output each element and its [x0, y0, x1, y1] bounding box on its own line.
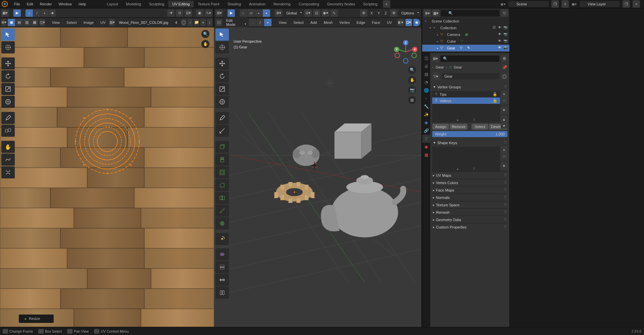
uv-snap-icon[interactable]: ⊙ [176, 9, 183, 17]
tool-scale[interactable] [1, 83, 15, 95]
tool-spin[interactable] [215, 233, 229, 245]
outliner-filter-icon[interactable]: ▽ [501, 9, 508, 17]
workspace-tab-texturepaint[interactable]: Texture Paint [194, 1, 223, 7]
outliner-item-cube[interactable]: ▸ ▽ Cube ▽ 👁 📷 [422, 38, 509, 45]
uv-select-island-icon[interactable]: ◈ [49, 9, 56, 17]
tool-3d-cursor[interactable] [215, 41, 229, 53]
viewlayer-name-field[interactable]: View Layer [580, 1, 620, 7]
menu-edit[interactable]: Edit [23, 1, 37, 7]
prop-tab-world[interactable]: 🌐 [422, 86, 430, 94]
pivot-icon[interactable]: ⊕▾ [275, 9, 282, 17]
orientation-dropdown[interactable]: Global [284, 10, 303, 16]
image-pin-icon[interactable]: ‹ [207, 19, 212, 26]
uv-prop-falloff-icon[interactable]: ∿▾ [205, 9, 212, 17]
vgroup-movedown-button[interactable]: ▾ [501, 123, 507, 129]
section-vertex-groups[interactable]: ▼ Vertex Groups ⠿ [432, 83, 507, 90]
uv-pan-icon[interactable]: ✋ [201, 40, 209, 48]
visibility-toggle-icon[interactable]: 👁 [498, 39, 503, 44]
select-vertex-icon[interactable]: ▫ [240, 9, 247, 17]
tool-poly-build[interactable] [215, 217, 229, 229]
tool-shrink-fatten[interactable] [215, 274, 229, 286]
prop-options-icon[interactable]: ⚙ [501, 56, 507, 62]
section-shape-keys[interactable]: ▼ Shape Keys ⠿ [432, 139, 507, 146]
snap-type-icon[interactable]: ⊡ [313, 9, 320, 17]
workspace-tab-modeling[interactable]: Modeling [122, 1, 145, 7]
tool-rip-3d[interactable] [215, 287, 229, 299]
xray-icon[interactable]: ⊡▾ [405, 19, 412, 26]
breadcrumb-object[interactable]: Gear [436, 65, 444, 69]
prop-search-input[interactable]: 🔍 [440, 55, 499, 62]
vertex-group-valleys[interactable]: ⠿ Valleys 🔓 [432, 97, 500, 104]
visibility-toggle-icon[interactable]: 👁 [498, 32, 503, 37]
prop-tab-mesh-data[interactable]: ▽ [422, 135, 430, 143]
tool-rip[interactable] [1, 125, 15, 137]
render-toggle-icon[interactable]: 📷 [503, 46, 508, 50]
image-unlink-icon[interactable]: × [200, 19, 205, 26]
workspace-tab-rendering[interactable]: Rendering [269, 1, 295, 7]
tool-move[interactable] [1, 57, 15, 70]
uv-menu-image[interactable]: Image [81, 19, 97, 26]
tool-annotate[interactable] [1, 112, 15, 124]
vertex-groups-list[interactable]: ⠿ Tips 🔓 ⠿ Valleys 🔓 [432, 91, 500, 118]
menu-help[interactable]: Help [75, 1, 90, 7]
weight-slider[interactable]: Weight 1.000 [432, 131, 507, 137]
viewport-3d[interactable]: User Perspective (1) Gear [214, 27, 422, 327]
mesh-browse-icon[interactable]: ▽▾ [432, 73, 440, 80]
section-custom-properties[interactable]: ▸Custom Properties⠿ [432, 223, 507, 231]
visibility-toggle-icon[interactable]: 👁 [498, 26, 503, 30]
tool-scale-3d[interactable] [215, 83, 229, 95]
tool-pinch[interactable] [1, 166, 15, 178]
menu-file[interactable]: File [11, 1, 23, 7]
vertex-group-tips[interactable]: ⠿ Tips 🔓 [432, 91, 500, 97]
prop-tab-particles[interactable]: ✨ [422, 111, 430, 119]
uv-mask-icon[interactable]: ◫▾ [40, 19, 45, 26]
lock-icon[interactable]: 🔓 [493, 98, 497, 103]
prop-tab-viewlayer[interactable]: ▤ [422, 70, 430, 78]
resize-operator-panel[interactable]: ▸Resize [19, 315, 54, 323]
shapekey-specials-button[interactable]: ▾ [501, 163, 507, 169]
select-face-icon[interactable]: ▪ [255, 9, 262, 17]
select-button[interactable]: Select [472, 124, 488, 130]
outliner-collection[interactable]: ▼ ▫ Collection ☑ 👁 📷 [422, 25, 509, 31]
image-open-icon[interactable]: 📁 [194, 19, 199, 26]
render-toggle-icon[interactable]: 📷 [503, 26, 508, 30]
delete-viewlayer-button[interactable]: × [633, 0, 640, 8]
uv-display-2-icon[interactable]: ▤ [15, 19, 23, 26]
uv-menu-select[interactable]: Select [64, 19, 80, 26]
uv-viewport[interactable]: 🔍 ✋ ▸Resize [0, 27, 213, 327]
tool-rotate[interactable] [1, 70, 15, 82]
zoom-icon[interactable]: 🔍 [408, 66, 416, 74]
outliner-type-icon[interactable]: ≣▾ [424, 9, 431, 17]
camera-icon[interactable]: 📷 [408, 86, 416, 94]
pin-icon[interactable]: 📌 [502, 65, 507, 70]
select-edge-icon[interactable]: ▱ [247, 9, 255, 17]
select-face-active-icon[interactable]: ▪ [263, 9, 270, 17]
prop-tab-scene[interactable]: ◔ [422, 78, 430, 86]
tool-transform-3d[interactable] [215, 96, 229, 108]
scene-name-field[interactable]: Scene [508, 1, 549, 7]
prop-tab-modifiers[interactable]: 🔧 [422, 102, 430, 111]
section-remesh[interactable]: ▸Remesh⠿ [432, 208, 507, 216]
tool-move-3d[interactable] [215, 57, 229, 70]
uv-prop-edit-icon[interactable]: ◉ [196, 9, 203, 17]
uv-display-1-icon[interactable]: ▣ [8, 19, 15, 26]
render-toggle-icon[interactable]: 📷 [503, 32, 508, 37]
sidebar-toggle[interactable] [419, 29, 422, 36]
assign-button[interactable]: Assign [432, 124, 449, 130]
outliner-item-gear[interactable]: ▸ ▽ Gear ▽ ✎ 👁 📷 [422, 45, 509, 51]
lock-icon[interactable]: 🔓 [493, 92, 497, 96]
axis-z-toggle[interactable]: Z [383, 10, 389, 16]
uv-menu-uv[interactable]: UV [98, 19, 108, 26]
workspace-tab-uvediting[interactable]: UV Editing [168, 1, 194, 7]
nav-gizmo[interactable]: Z X Y [394, 40, 417, 64]
face-mode-icon[interactable]: ▪ [264, 19, 271, 26]
breadcrumb-data[interactable]: Gear [454, 65, 462, 69]
tool-transform[interactable] [1, 96, 15, 108]
delete-scene-button[interactable]: × [561, 0, 569, 8]
tool-inset[interactable] [215, 166, 229, 178]
viewport-play-icon[interactable]: ▶ [228, 9, 235, 17]
axis-x-toggle[interactable]: X [369, 10, 375, 16]
mesh-analysis-icon[interactable]: ⊗ [360, 9, 367, 17]
new-viewlayer-button[interactable]: ❐ [623, 0, 630, 8]
prop-tab-texture[interactable]: ▦ [422, 151, 430, 159]
